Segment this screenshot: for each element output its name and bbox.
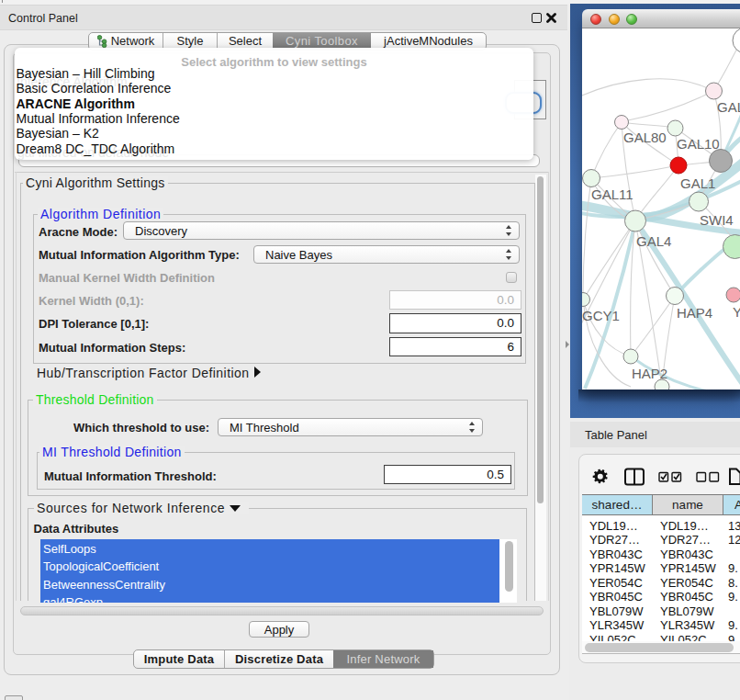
svg-text:GAL4: GAL4 <box>636 233 671 249</box>
svg-text:Y: Y <box>733 304 740 320</box>
svg-text:GAL10: GAL10 <box>677 136 720 152</box>
svg-text:GAL: GAL <box>717 99 740 115</box>
svg-text:SWI4: SWI4 <box>700 212 734 228</box>
svg-text:GAL80: GAL80 <box>623 130 667 145</box>
svg-text:GAL11: GAL11 <box>591 186 633 202</box>
svg-text:HAP2: HAP2 <box>632 366 667 381</box>
svg-text:GAL1: GAL1 <box>680 175 715 191</box>
svg-text:GCY1: GCY1 <box>582 308 620 323</box>
svg-text:HAP4: HAP4 <box>677 305 712 321</box>
